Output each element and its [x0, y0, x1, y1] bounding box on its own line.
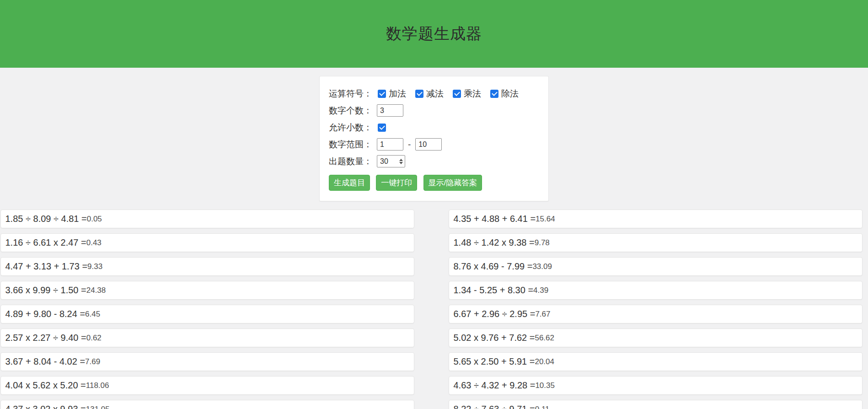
- problem-row: 3.67 + 8.04 - 4.02 =7.69: [0, 352, 414, 371]
- number-range-row: 数字范围： -: [329, 138, 539, 151]
- problems-column-right: 4.35 + 4.88 + 6.41 =15.64 1.48 ÷ 1.42 x …: [449, 210, 863, 409]
- question-count-stepper[interactable]: [377, 155, 405, 167]
- app-header: 数学题生成器: [0, 0, 868, 68]
- problem-answer: 24.38: [86, 286, 106, 295]
- problem-answer: 0.11: [535, 405, 550, 409]
- problem-expression: 1.85 ÷ 8.09 ÷ 4.81 =: [5, 214, 87, 224]
- spinner-up-icon[interactable]: [399, 159, 403, 161]
- checkbox-checked-icon[interactable]: [378, 124, 386, 132]
- problem-row: 5.02 x 9.76 + 7.62 =56.62: [449, 328, 863, 347]
- problem-expression: 3.66 x 9.99 ÷ 1.50 =: [5, 285, 86, 296]
- checkbox-division-label: 除法: [501, 88, 519, 100]
- problem-answer: 7.69: [85, 357, 100, 366]
- problem-expression: 6.67 + 2.96 ÷ 2.95 =: [454, 309, 536, 319]
- digit-count-input[interactable]: [377, 104, 403, 117]
- problem-row: 8.76 x 4.69 - 7.99 =33.09: [449, 257, 863, 276]
- allow-decimal-row: 允许小数：: [329, 121, 539, 134]
- problem-answer: 131.05: [86, 405, 110, 409]
- checkbox-checked-icon[interactable]: [490, 90, 498, 98]
- problem-answer: 0.43: [86, 238, 102, 248]
- problem-row: 4.37 x 3.02 x 9.93 =131.05: [0, 400, 414, 409]
- settings-panel: 运算符号： 加法 减法 乘法 除法 数字个数： 允许小数： 数字范围： -: [319, 76, 549, 201]
- checkbox-multiplication-label: 乘法: [464, 88, 481, 100]
- operators-row: 运算符号： 加法 减法 乘法 除法: [329, 87, 539, 100]
- question-count-row: 出题数量：: [329, 155, 539, 167]
- problem-expression: 2.57 x 2.27 ÷ 9.40 =: [5, 333, 86, 343]
- checkbox-subtraction-label: 减法: [426, 88, 444, 100]
- problem-expression: 1.48 ÷ 1.42 x 9.38 =: [454, 237, 535, 248]
- problem-expression: 1.34 - 5.25 + 8.30 =: [454, 285, 534, 296]
- problem-answer: 9.33: [87, 262, 102, 271]
- checkbox-checked-icon[interactable]: [378, 90, 386, 98]
- problem-expression: 4.04 x 5.62 x 5.20 =: [5, 380, 86, 391]
- problem-answer: 9.78: [535, 238, 550, 248]
- spinner-down-icon[interactable]: [399, 162, 403, 164]
- range-max-input[interactable]: [415, 138, 442, 151]
- buttons-row: 生成题目 一键打印 显示/隐藏答案: [329, 175, 539, 191]
- problem-answer: 118.06: [86, 381, 109, 390]
- digit-count-label: 数字个数：: [329, 105, 372, 117]
- range-separator: -: [408, 140, 411, 150]
- question-count-input[interactable]: [380, 157, 398, 166]
- checkbox-division[interactable]: 除法: [490, 88, 519, 100]
- toggle-answers-button[interactable]: 显示/隐藏答案: [423, 175, 482, 191]
- checkbox-addition[interactable]: 加法: [378, 88, 406, 100]
- problem-row: 4.04 x 5.62 x 5.20 =118.06: [0, 376, 414, 395]
- problem-expression: 4.47 + 3.13 + 1.73 =: [5, 261, 88, 272]
- problem-row: 4.47 + 3.13 + 1.73 =9.33: [0, 257, 414, 276]
- problem-row: 8.22 ÷ 7.63 ÷ 9.71 =0.11: [449, 400, 863, 409]
- problem-expression: 8.76 x 4.69 - 7.99 =: [454, 261, 533, 272]
- problem-answer: 0.62: [86, 334, 102, 343]
- problem-answer: 7.67: [535, 310, 550, 319]
- number-range-label: 数字范围：: [329, 139, 372, 151]
- allow-decimal-label: 允许小数：: [329, 122, 372, 134]
- problem-row: 5.65 x 2.50 + 5.91 =20.04: [449, 352, 863, 371]
- problem-row: 4.63 ÷ 4.32 + 9.28 =10.35: [449, 376, 863, 395]
- checkbox-subtraction[interactable]: 减法: [415, 88, 444, 100]
- problem-row: 4.89 + 9.80 - 8.24 =6.45: [0, 305, 414, 323]
- problem-expression: 4.89 + 9.80 - 8.24 =: [5, 309, 86, 319]
- problem-answer: 4.39: [533, 286, 548, 295]
- problem-answer: 20.04: [535, 357, 554, 366]
- problem-expression: 3.67 + 8.04 - 4.02 =: [5, 356, 86, 367]
- question-count-label: 出题数量：: [329, 156, 372, 167]
- problem-answer: 10.35: [535, 381, 555, 390]
- range-min-input[interactable]: [377, 138, 403, 151]
- problem-expression: 4.37 x 3.02 x 9.93 =: [5, 404, 86, 409]
- problem-row: 1.16 ÷ 6.61 x 2.47 =0.43: [0, 233, 414, 252]
- problems-column-left: 1.85 ÷ 8.09 ÷ 4.81 =0.05 1.16 ÷ 6.61 x 2…: [0, 210, 414, 409]
- problem-expression: 8.22 ÷ 7.63 ÷ 9.71 =: [454, 404, 535, 409]
- problem-answer: 56.62: [535, 334, 554, 343]
- problem-answer: 15.64: [536, 215, 555, 224]
- problem-row: 1.85 ÷ 8.09 ÷ 4.81 =0.05: [0, 210, 414, 228]
- problem-expression: 5.65 x 2.50 + 5.91 =: [454, 356, 535, 367]
- digit-count-row: 数字个数：: [329, 104, 539, 117]
- problem-row: 1.48 ÷ 1.42 x 9.38 =9.78: [449, 233, 863, 252]
- problem-row: 2.57 x 2.27 ÷ 9.40 =0.62: [0, 328, 414, 347]
- print-button[interactable]: 一键打印: [376, 175, 417, 191]
- problem-expression: 4.35 + 4.88 + 6.41 =: [454, 214, 536, 224]
- problem-answer: 0.05: [87, 215, 102, 224]
- spinner-up-down-icon[interactable]: [399, 159, 403, 164]
- checkbox-allow-decimal[interactable]: [378, 124, 386, 132]
- operators-label: 运算符号：: [329, 88, 372, 100]
- generate-button[interactable]: 生成题目: [329, 175, 370, 191]
- problem-answer: 33.09: [532, 262, 552, 271]
- problem-row: 3.66 x 9.99 ÷ 1.50 =24.38: [0, 281, 414, 300]
- problem-row: 6.67 + 2.96 ÷ 2.95 =7.67: [449, 305, 863, 323]
- checkbox-checked-icon[interactable]: [415, 90, 423, 98]
- problem-answer: 6.45: [85, 310, 100, 319]
- problem-expression: 4.63 ÷ 4.32 + 9.28 =: [454, 380, 536, 391]
- problem-expression: 1.16 ÷ 6.61 x 2.47 =: [5, 237, 86, 248]
- checkbox-addition-label: 加法: [389, 88, 406, 100]
- checkbox-multiplication[interactable]: 乘法: [453, 88, 481, 100]
- problems-list: 1.85 ÷ 8.09 ÷ 4.81 =0.05 1.16 ÷ 6.61 x 2…: [0, 210, 865, 409]
- problem-expression: 5.02 x 9.76 + 7.62 =: [454, 333, 535, 343]
- page-title: 数学题生成器: [386, 23, 482, 44]
- checkbox-checked-icon[interactable]: [453, 90, 461, 98]
- problem-row: 4.35 + 4.88 + 6.41 =15.64: [449, 210, 863, 228]
- problem-row: 1.34 - 5.25 + 8.30 =4.39: [449, 281, 863, 300]
